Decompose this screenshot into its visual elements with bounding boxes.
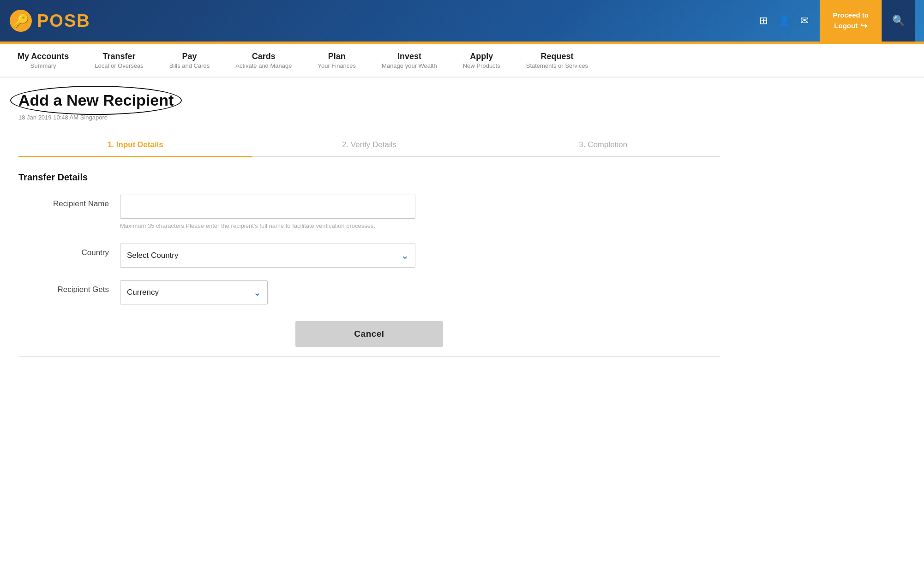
network-icon[interactable]: ⊞: [759, 15, 768, 27]
nav-apply-sub: New Products: [463, 62, 500, 69]
nav-cards-sub: Activate and Manage: [235, 62, 292, 69]
country-label: Country: [18, 244, 120, 257]
logout-line1: Proceed to: [833, 11, 869, 19]
nav-request-main: Request: [540, 52, 573, 61]
logout-line2: Logout: [834, 22, 858, 30]
svg-text:🔑: 🔑: [13, 13, 29, 29]
search-icon: 🔍: [892, 15, 905, 27]
nav-invest-main: Invest: [397, 52, 421, 61]
user-icon[interactable]: 👤: [778, 15, 790, 27]
nav-cards-main: Cards: [252, 52, 276, 61]
section-title: Transfer Details: [18, 172, 720, 183]
currency-select[interactable]: Currency: [120, 280, 268, 304]
nav-cards[interactable]: Cards Activate and Manage: [222, 44, 305, 77]
country-group: Country Select Country ⌄: [18, 244, 720, 268]
nav-transfer-main: Transfer: [103, 52, 136, 61]
main-content: Add a New Recipient 18 Jan 2019 10:48 AM…: [0, 77, 738, 370]
country-select-wrapper: Select Country ⌄: [120, 244, 415, 268]
mail-icon[interactable]: ✉: [800, 15, 809, 27]
nav-transfer[interactable]: Transfer Local or Overseas: [82, 44, 156, 77]
logout-button[interactable]: Proceed to Logout ↪: [820, 0, 882, 42]
search-button[interactable]: 🔍: [882, 0, 915, 42]
nav-apply-main: Apply: [470, 52, 493, 61]
recipient-name-field: Maximum 35 characters.Please enter the r…: [120, 195, 415, 231]
page-title: Add a New Recipient: [18, 91, 174, 109]
page-datetime: 18 Jan 2019 10:48 AM Singapore: [18, 114, 720, 121]
logout-icon: ↪: [860, 21, 867, 31]
nav-my-accounts[interactable]: My Accounts Summary: [5, 44, 82, 77]
country-field: Select Country ⌄: [120, 244, 415, 268]
steps-progress-line: [18, 156, 720, 157]
main-nav: My Accounts Summary Transfer Local or Ov…: [0, 44, 924, 77]
header-icons: ⊞ 👤 ✉: [748, 15, 820, 27]
page-title-wrapper: Add a New Recipient: [18, 91, 174, 109]
step-3-completion: 3. Completion: [486, 134, 720, 156]
nav-pay-main: Pay: [182, 52, 197, 61]
nav-my-accounts-sub: Summary: [30, 62, 56, 69]
app-header: 🔑 POSB ⊞ 👤 ✉ Proceed to Logout ↪ 🔍: [0, 0, 924, 42]
posb-logo-icon: 🔑: [9, 9, 32, 32]
recipient-name-label: Recipient Name: [18, 195, 120, 209]
steps-row: 1. Input Details 2. Verify Details 3. Co…: [18, 134, 720, 156]
nav-request-sub: Statements or Services: [526, 62, 588, 69]
bottom-divider: [18, 356, 720, 357]
nav-invest[interactable]: Invest Manage your Wealth: [369, 44, 450, 77]
recipient-gets-label: Recipient Gets: [18, 280, 120, 294]
button-row: Cancel: [18, 321, 720, 347]
recipient-name-hint: Maximum 35 characters.Please enter the r…: [120, 221, 415, 231]
currency-select-wrapper: Currency ⌄: [120, 280, 268, 304]
step-2-verify-details: 2. Verify Details: [252, 134, 486, 156]
country-select[interactable]: Select Country: [120, 244, 415, 268]
logo-text: POSB: [37, 11, 90, 31]
nav-transfer-sub: Local or Overseas: [95, 62, 144, 69]
recipient-name-input[interactable]: [120, 195, 415, 219]
logo-area: 🔑 POSB: [9, 9, 90, 32]
nav-plan-main: Plan: [328, 52, 346, 61]
recipient-gets-group: Recipient Gets Currency ⌄: [18, 280, 720, 304]
nav-plan[interactable]: Plan Your Finances: [305, 44, 369, 77]
header-right: ⊞ 👤 ✉ Proceed to Logout ↪ 🔍: [748, 0, 915, 42]
step-1-input-details: 1. Input Details: [18, 134, 252, 156]
recipient-name-group: Recipient Name Maximum 35 characters.Ple…: [18, 195, 720, 231]
recipient-gets-field: Currency ⌄: [120, 280, 415, 304]
nav-plan-sub: Your Finances: [318, 62, 356, 69]
cancel-button[interactable]: Cancel: [295, 321, 443, 347]
nav-request[interactable]: Request Statements or Services: [513, 44, 601, 77]
nav-apply[interactable]: Apply New Products: [450, 44, 513, 77]
nav-pay[interactable]: Pay Bills and Cards: [156, 44, 222, 77]
nav-pay-sub: Bills and Cards: [169, 62, 210, 69]
nav-my-accounts-main: My Accounts: [18, 52, 69, 61]
nav-invest-sub: Manage your Wealth: [382, 62, 437, 69]
